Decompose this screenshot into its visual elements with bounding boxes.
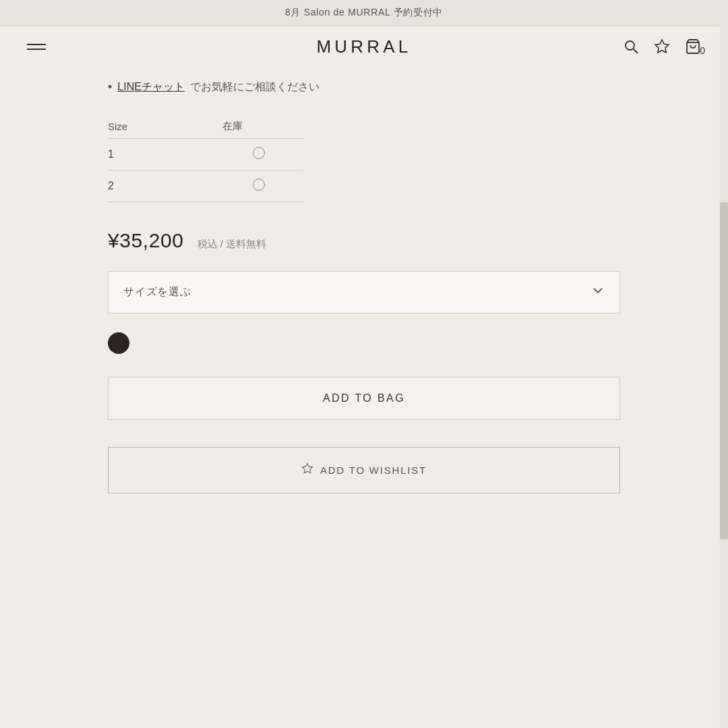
notice-text: でお気軽にご相談ください: [190, 80, 320, 94]
notice-section: LINEチャット でお気軽にご相談ください: [108, 80, 620, 94]
size-table-section: Size 在庫 1 2: [108, 115, 620, 202]
price-note: 税込 / 送料無料: [198, 238, 267, 251]
table-row: 2: [108, 171, 303, 202]
search-button[interactable]: [623, 38, 639, 55]
size-table: Size 在庫 1 2: [108, 115, 303, 202]
hamburger-line-2: [27, 49, 46, 50]
header-actions: 0: [623, 38, 701, 55]
search-icon: [623, 38, 639, 55]
header: MURRAL 0: [0, 26, 728, 67]
stock-status-1: [202, 139, 303, 171]
svg-marker-2: [655, 40, 669, 53]
size-selector-dropdown[interactable]: サイズを選ぶ: [108, 271, 620, 313]
size-value-1: 1: [108, 139, 202, 171]
svg-marker-4: [302, 464, 312, 473]
hamburger-line-1: [27, 44, 46, 45]
notice-item: LINEチャット でお気軽にご相談ください: [108, 80, 620, 94]
add-to-bag-button[interactable]: ADD TO BAG: [108, 377, 620, 420]
announcement-bar: 8月 Salon de MURRAL 予約受付中: [0, 0, 728, 26]
star-icon: [654, 38, 670, 55]
line-chat-link[interactable]: LINEチャット: [117, 80, 185, 94]
color-swatch-section: [108, 332, 620, 357]
svg-point-0: [626, 41, 634, 50]
stock-circle: [253, 147, 265, 159]
announcement-text: 8月 Salon de MURRAL 予約受付中: [285, 7, 443, 18]
svg-line-1: [634, 49, 638, 54]
col-size-header: Size: [108, 115, 202, 139]
menu-button[interactable]: [27, 44, 46, 50]
price-amount: ¥35,200: [108, 229, 184, 252]
main-content: LINEチャット でお気軽にご相談ください Size 在庫 1 2: [0, 67, 728, 514]
add-to-wishlist-button[interactable]: ADD TO WISHLIST: [108, 447, 620, 493]
wishlist-button[interactable]: [654, 38, 670, 55]
cart-count: 0: [700, 45, 705, 56]
site-logo[interactable]: MURRAL: [317, 36, 412, 57]
wishlist-label: ADD TO WISHLIST: [320, 464, 427, 476]
size-selector-text: サイズを選ぶ: [123, 285, 191, 299]
color-swatch-dark-brown[interactable]: [108, 332, 129, 354]
chevron-down-icon: [591, 284, 605, 301]
stock-circle: [253, 179, 265, 191]
scrollbar-thumb[interactable]: [720, 202, 728, 539]
table-row: 1: [108, 139, 303, 171]
stock-status-2: [202, 171, 303, 202]
size-value-2: 2: [108, 171, 202, 202]
price-section: ¥35,200 税込 / 送料無料: [108, 229, 620, 252]
wishlist-star-icon: [301, 462, 313, 478]
cart-button[interactable]: 0: [685, 38, 701, 55]
cart-icon: [685, 38, 701, 55]
scrollbar-track[interactable]: [720, 0, 728, 728]
col-stock-header: 在庫: [202, 115, 303, 139]
